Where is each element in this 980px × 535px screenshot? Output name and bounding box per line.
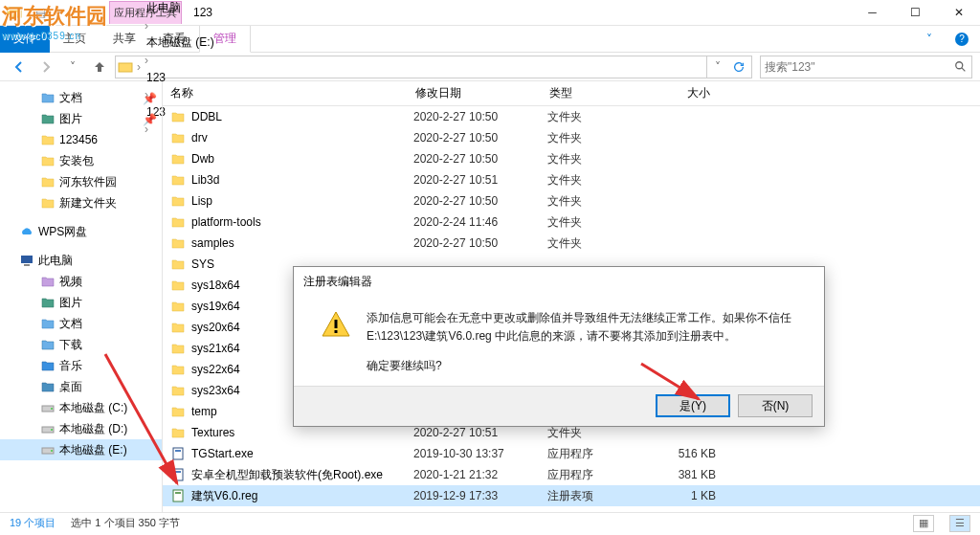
doc-icon	[40, 90, 56, 105]
minimize-button[interactable]: ─	[851, 0, 894, 26]
addr-dropdown-icon[interactable]: ˅	[707, 56, 728, 78]
nav-label: 安装包	[59, 153, 94, 169]
nav-item-docs[interactable]: 文档📌	[0, 87, 162, 108]
nav-item-pics[interactable]: 图片📌	[0, 108, 162, 129]
file-name: samples	[191, 236, 413, 250]
file-type: 文件夹	[547, 130, 643, 146]
file-type: 文件夹	[547, 172, 643, 189]
column-type[interactable]: 类型	[542, 85, 637, 101]
file-row[interactable]: Lisp2020-2-27 10:50文件夹	[163, 190, 980, 212]
folder-icon	[170, 320, 186, 335]
svg-rect-12	[173, 448, 183, 459]
file-date: 2020-2-27 10:50	[413, 236, 547, 250]
tab-file[interactable]: 文件	[0, 26, 50, 53]
file-row[interactable]: platform-tools2020-2-24 11:46文件夹	[163, 212, 980, 233]
column-name[interactable]: 名称	[163, 85, 408, 101]
forward-button[interactable]	[34, 56, 57, 78]
help-icon[interactable]: ?	[944, 33, 980, 46]
svg-point-9	[51, 429, 53, 431]
navigation-pane[interactable]: 文档📌图片📌123456安装包河东软件园新建文件夹 WPS网盘 此电脑 视频图片…	[0, 81, 163, 512]
svg-rect-5	[24, 264, 30, 266]
address-bar[interactable]: › 此电脑›本地磁盘 (E:)›123›123› ˅	[115, 56, 752, 78]
nav-this-pc[interactable]: 此电脑	[0, 250, 162, 271]
qat-dropdown-icon[interactable]: ▾	[52, 5, 67, 20]
column-size[interactable]: 大小	[637, 85, 724, 101]
view-thumbnails-button[interactable]: ▦	[913, 515, 934, 532]
nav-item-123456[interactable]: 123456	[0, 129, 162, 150]
nav-item-doc2[interactable]: 文档	[0, 313, 162, 334]
chevron-right-icon[interactable]: ›	[135, 60, 143, 74]
close-button[interactable]: ✕	[937, 0, 980, 26]
ribbon-expand-icon[interactable]: ˅	[915, 33, 944, 46]
folder-icon	[170, 341, 186, 356]
file-name: 建筑V6.0.reg	[191, 488, 413, 504]
search-box[interactable]	[760, 56, 972, 78]
column-date[interactable]: 修改日期	[408, 85, 542, 101]
file-size: 381 KB	[643, 468, 729, 481]
qat-properties-icon[interactable]: ▤	[33, 5, 48, 20]
view-details-button[interactable]: ☰	[949, 515, 970, 532]
nav-item-pic2[interactable]: 图片	[0, 292, 162, 313]
file-type: 文件夹	[547, 214, 643, 231]
navbar: ˅ › 此电脑›本地磁盘 (E:)›123›123› ˅	[0, 53, 980, 81]
file-row[interactable]: DDBL2020-2-27 10:50文件夹	[163, 106, 980, 127]
folder-icon	[170, 214, 186, 230]
search-input[interactable]	[761, 60, 950, 74]
file-row[interactable]: 安卓全机型卸载预装软件(免Root).exe2020-1-21 21:32应用程…	[163, 464, 980, 485]
file-row[interactable]: Dwb2020-2-27 10:50文件夹	[163, 148, 980, 169]
no-button[interactable]: 否(N)	[738, 394, 813, 417]
recent-locations-button[interactable]: ˅	[61, 56, 84, 78]
file-row[interactable]: TGStart.exe2019-10-30 13:37应用程序516 KB	[163, 443, 980, 464]
refresh-button[interactable]	[728, 56, 749, 78]
nav-item-desktop[interactable]: 桌面	[0, 376, 162, 397]
nav-item-hdrjy[interactable]: 河东软件园	[0, 171, 162, 192]
pic-icon	[40, 295, 56, 310]
column-header: 名称 修改日期 类型 大小	[163, 81, 980, 106]
search-icon[interactable]	[950, 56, 971, 78]
nav-item-video[interactable]: 视频	[0, 271, 162, 292]
warning-icon	[321, 309, 351, 340]
up-button[interactable]	[88, 56, 111, 78]
nav-wps[interactable]: WPS网盘	[0, 221, 162, 242]
nav-item-drive-e2[interactable]: 本地磁盘 (E:)	[0, 439, 162, 460]
file-name: Lib3d	[191, 173, 413, 187]
doc-icon	[40, 316, 56, 331]
folder-icon	[170, 299, 186, 314]
drive-icon	[40, 421, 56, 436]
chevron-right-icon[interactable]: ›	[143, 54, 150, 67]
nav-item-music[interactable]: 音乐	[0, 355, 162, 376]
file-row[interactable]: 建筑V6.0.reg2019-12-9 17:33注册表项1 KB	[163, 485, 980, 506]
file-row[interactable]: Lib3d2020-2-27 10:51文件夹	[163, 169, 980, 190]
nav-item-drive-c[interactable]: 本地磁盘 (C:)	[0, 397, 162, 418]
nav-item-drive-d[interactable]: 本地磁盘 (D:)	[0, 418, 162, 439]
statusbar: 19 个项目 选中 1 个项目 350 字节 ▦ ☰	[0, 512, 980, 533]
file-row[interactable]: samples2020-2-27 10:50文件夹	[163, 233, 980, 254]
folder-icon	[170, 193, 186, 209]
nav-label: 本地磁盘 (D:)	[59, 421, 127, 437]
file-size: 1 KB	[643, 489, 729, 502]
tab-home[interactable]: 主页	[50, 26, 100, 53]
nav-item-newfolder[interactable]: 新建文件夹	[0, 192, 162, 213]
breadcrumb-this-pc[interactable]: 此电脑	[143, 0, 218, 19]
nav-label: WPS网盘	[38, 224, 87, 240]
item-count: 19 个项目	[10, 516, 56, 530]
file-name: drv	[191, 131, 413, 145]
file-date: 2020-2-27 10:50	[413, 131, 547, 145]
svg-point-2	[956, 61, 963, 68]
nav-label: 图片	[59, 295, 82, 311]
svg-rect-15	[175, 471, 181, 473]
file-size: 516 KB	[643, 447, 729, 460]
chevron-right-icon[interactable]: ›	[143, 19, 150, 33]
back-button[interactable]	[8, 56, 31, 78]
exe-icon	[170, 446, 186, 461]
breadcrumb-drive-e[interactable]: 本地磁盘 (E:)	[143, 33, 218, 54]
file-type: 文件夹	[547, 109, 643, 125]
dialog-confirm-text: 确定要继续吗?	[367, 357, 797, 375]
nav-label: 新建文件夹	[59, 195, 117, 212]
maximize-button[interactable]: ☐	[894, 0, 937, 26]
file-date: 2020-2-27 10:51	[413, 426, 547, 439]
file-row[interactable]: drv2020-2-27 10:50文件夹	[163, 127, 980, 148]
nav-item-download[interactable]: 下载	[0, 334, 162, 355]
yes-button[interactable]: 是(Y)	[656, 394, 730, 417]
nav-item-anzhuangbao[interactable]: 安装包	[0, 150, 162, 171]
